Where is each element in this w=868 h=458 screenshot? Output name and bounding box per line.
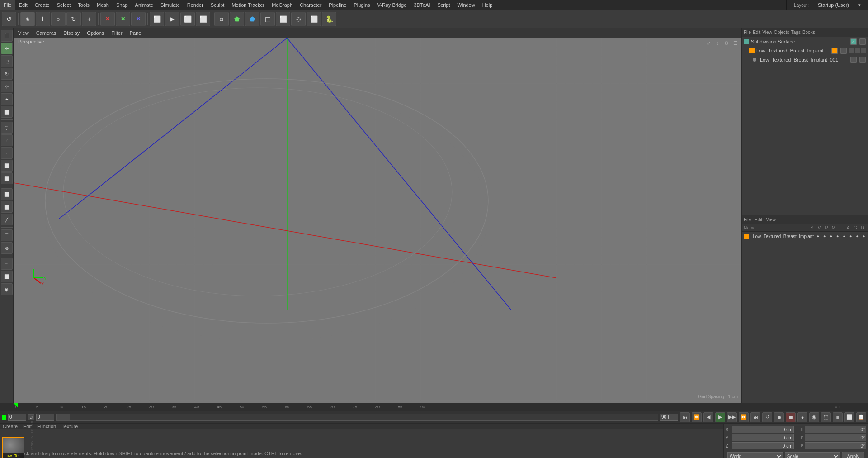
obj-btn-4[interactable]: ⬜	[196, 12, 210, 26]
obj-btn-1[interactable]: ⬜	[150, 12, 164, 26]
lt-scale-btn[interactable]: ⬚	[1, 55, 13, 67]
layer-btn[interactable]: ≡	[833, 412, 843, 422]
menu-mesh[interactable]: Mesh	[93, 0, 113, 10]
obj-btn-3[interactable]: ⬜	[180, 12, 195, 26]
apply-button[interactable]: Apply	[842, 452, 864, 458]
attr-g-val[interactable]: ●	[855, 234, 859, 239]
om-menu-books[interactable]: Books	[802, 30, 815, 35]
lt-btn14[interactable]: ⬜	[1, 201, 13, 213]
vp-menu-filter[interactable]: Filter	[108, 29, 125, 38]
mat-texture[interactable]: Texture	[61, 424, 79, 429]
z-pos-input[interactable]	[732, 442, 794, 449]
lt-paint-btn[interactable]: ⊛	[1, 242, 13, 254]
record-btn[interactable]: ●	[797, 412, 807, 422]
timeline-btn[interactable]: 📋	[856, 412, 866, 422]
mat-create[interactable]: Create	[2, 424, 19, 429]
mode-btn-2[interactable]: ✛	[36, 12, 50, 26]
vp-menu-cameras[interactable]: Cameras	[33, 29, 59, 38]
attr-v-val[interactable]: ●	[822, 234, 827, 239]
view-btn-4[interactable]: ◫	[260, 12, 275, 26]
vp-menu-options[interactable]: Options	[84, 29, 107, 38]
y-pos-input[interactable]	[732, 434, 794, 441]
mode-btn-4[interactable]: ↻	[66, 12, 81, 26]
menu-file[interactable]: File	[0, 0, 15, 10]
object-low-textured[interactable]: Low_Textured_Breast_Implant	[742, 46, 868, 55]
om-menu-tags[interactable]: Tags	[791, 30, 801, 35]
subdivision-check2[interactable]	[859, 38, 866, 45]
tag-icon-1[interactable]	[849, 48, 854, 53]
attribute-item-row[interactable]: Low_Textured_Breast_Implant ● ● ● ● ● ● …	[742, 232, 868, 241]
am-menu-file[interactable]: File	[744, 217, 751, 222]
attr-r-val[interactable]: ●	[829, 234, 833, 239]
om-menu-edit[interactable]: Edit	[753, 30, 760, 35]
prev-btn[interactable]: ◀	[703, 412, 713, 422]
vp-icon-lock[interactable]: ↕	[713, 39, 722, 47]
axis-z-btn[interactable]: ✕	[131, 12, 146, 26]
loop-btn[interactable]: ↺	[762, 412, 772, 422]
axis-x-btn[interactable]: ✕	[100, 12, 115, 26]
frame-input-2[interactable]	[36, 414, 54, 421]
menu-snap[interactable]: Snap	[113, 0, 132, 10]
menu-render[interactable]: Render	[184, 0, 207, 10]
view-btn-8[interactable]: 🐍	[322, 12, 336, 26]
view-btn-2[interactable]: ⬟	[230, 12, 244, 26]
undo-button[interactable]: ↺	[2, 12, 16, 26]
am-menu-edit[interactable]: Edit	[755, 217, 762, 222]
menu-script[interactable]: Script	[434, 0, 453, 10]
motion-clip-btn[interactable]: ⬚	[821, 412, 831, 422]
auto-key-btn[interactable]: ◉	[809, 412, 819, 422]
axis-y-btn[interactable]: ✕	[116, 12, 130, 26]
menu-3dtoai[interactable]: 3DToAI	[410, 0, 434, 10]
object-subdivision-surface[interactable]: Subdivision Surface ✓	[742, 37, 868, 46]
vp-icon-expand[interactable]: ⤢	[704, 39, 712, 47]
next-frame-btn[interactable]: ⏩	[739, 412, 749, 422]
lt-btn11[interactable]: ⬜	[1, 160, 13, 172]
menu-sculpt[interactable]: Sculpt	[207, 0, 228, 10]
end-frame-input[interactable]	[660, 414, 678, 421]
menu-create[interactable]: Create	[31, 0, 53, 10]
layout-dropdown-icon[interactable]: ▾	[854, 0, 864, 10]
lt-btn21[interactable]: ◉	[1, 283, 13, 295]
lt-btn7[interactable]: ⬜	[1, 106, 13, 118]
menu-help[interactable]: Help	[479, 0, 496, 10]
mat-function[interactable]: Function	[36, 424, 57, 429]
lt-move-btn[interactable]: ✛	[1, 43, 13, 54]
lt-poly-btn[interactable]: ⬡	[1, 122, 13, 134]
mode-btn-3[interactable]: ○	[51, 12, 66, 26]
lt-point-btn[interactable]: ·	[1, 147, 13, 159]
view-btn-3[interactable]: ⬟	[245, 12, 259, 26]
lt-rotate-btn[interactable]: ↻	[1, 68, 13, 80]
current-frame-input[interactable]	[8, 414, 26, 421]
prev-frame-btn[interactable]: ⏪	[692, 412, 702, 422]
stop-btn[interactable]: ⏹	[786, 412, 796, 422]
menu-window[interactable]: Window	[454, 0, 479, 10]
attr-l-val[interactable]: ●	[842, 234, 846, 239]
om-menu-file[interactable]: File	[744, 30, 751, 35]
lt-sculpt-btn[interactable]: ⌒	[1, 229, 13, 241]
menu-character[interactable]: Character	[296, 0, 325, 10]
attr-d-val[interactable]: ●	[861, 234, 866, 239]
go-end-btn[interactable]: ⏭	[750, 412, 760, 422]
vp-icon-settings[interactable]: ⚙	[722, 39, 731, 47]
lt-layer-btn[interactable]: ≡	[1, 258, 13, 270]
playback-mode-btn[interactable]: ⏺	[774, 412, 784, 422]
b-input[interactable]	[805, 442, 867, 449]
viewport-background[interactable]: Y X Grid Spacing : 1 cm	[14, 38, 741, 403]
vp-menu-display[interactable]: Display	[61, 29, 82, 38]
menu-pipeline[interactable]: Pipeline	[325, 0, 350, 10]
layout-indicator[interactable]: Layout: Startup (User) ▾	[786, 0, 868, 10]
am-menu-view[interactable]: View	[766, 217, 776, 222]
lt-edge-btn[interactable]: ⟋	[1, 134, 13, 146]
scale-dropdown[interactable]: Scale Size	[785, 452, 840, 458]
timeline-scrubber[interactable]	[56, 414, 658, 421]
world-local-dropdown[interactable]: World Local Object	[727, 452, 783, 458]
menu-mograph[interactable]: MoGraph	[268, 0, 296, 10]
object-check2[interactable]	[840, 48, 847, 54]
attr-a-val[interactable]: ●	[849, 234, 853, 239]
p-input[interactable]	[805, 434, 867, 441]
lt-btn20[interactable]: ⬜	[1, 271, 13, 282]
render-range-btn[interactable]: ⬜	[844, 412, 854, 422]
tag-icon-3[interactable]	[861, 48, 866, 53]
mode-btn-1[interactable]: ◉	[20, 12, 35, 26]
object-check4[interactable]	[859, 57, 866, 63]
